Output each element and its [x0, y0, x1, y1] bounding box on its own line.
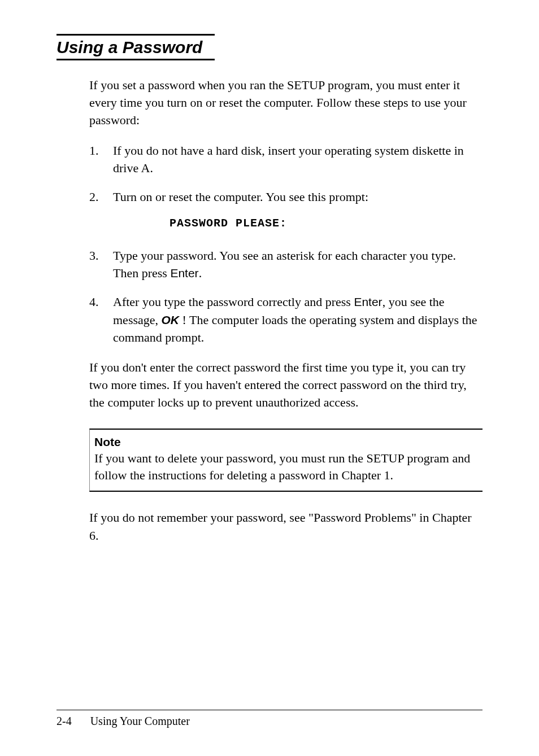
- page-number: 2-4: [56, 715, 72, 728]
- key-label: Enter: [170, 266, 198, 279]
- list-number: 3.: [89, 247, 113, 282]
- list-item: 3. Type your password. You see an asteri…: [89, 247, 483, 282]
- list-item: 4. After you type the password correctly…: [89, 293, 483, 346]
- list-item: 2. Turn on or reset the computer. You se…: [89, 188, 483, 235]
- step-text: .: [199, 266, 202, 280]
- note-body: If you want to delete your password, you…: [94, 450, 475, 484]
- footer-title: Using Your Computer: [90, 715, 190, 728]
- page-footer: 2-4 Using Your Computer: [56, 710, 483, 728]
- section-heading: Using a Password: [56, 34, 215, 60]
- list-item: 1. If you do not have a hard disk, inser…: [89, 142, 483, 177]
- step-text: Type your password. You see an asterisk …: [113, 248, 456, 280]
- intro-paragraph: If you set a password when you ran the S…: [89, 76, 483, 129]
- warning-paragraph: If you don't enter the correct password …: [89, 359, 483, 412]
- ordered-list: 1. If you do not have a hard disk, inser…: [89, 142, 483, 346]
- list-number: 1.: [89, 142, 113, 177]
- code-prompt: PASSWORD PLEASE:: [169, 216, 483, 231]
- ok-message: OK: [162, 313, 180, 326]
- list-number: 4.: [89, 293, 113, 346]
- list-content: Turn on or reset the computer. You see t…: [113, 188, 483, 235]
- note-box: Note If you want to delete your password…: [89, 429, 483, 492]
- step-text: After you type the password correctly an…: [113, 295, 354, 309]
- key-label: Enter: [354, 295, 382, 308]
- list-content: If you do not have a hard disk, insert y…: [113, 142, 483, 177]
- list-number: 2.: [89, 188, 113, 235]
- closing-paragraph: If you do not remember your password, se…: [89, 509, 483, 544]
- step-text: Turn on or reset the computer. You see t…: [113, 190, 368, 204]
- list-content: Type your password. You see an asterisk …: [113, 247, 483, 282]
- note-heading: Note: [94, 435, 475, 449]
- list-content: After you type the password correctly an…: [113, 293, 483, 346]
